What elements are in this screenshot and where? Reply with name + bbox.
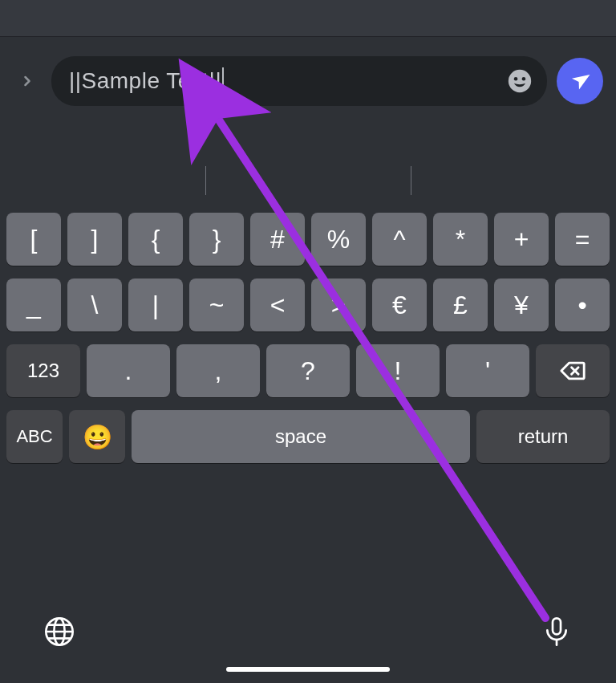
key-question[interactable]: ? bbox=[266, 344, 350, 397]
top-gap bbox=[0, 0, 616, 36]
keyboard-row-4: ABC 😀 space return bbox=[0, 410, 616, 463]
key-percent[interactable]: % bbox=[311, 213, 366, 266]
key-backspace[interactable] bbox=[536, 344, 610, 397]
key-backslash[interactable]: \ bbox=[67, 278, 122, 331]
key-less-than[interactable]: < bbox=[250, 278, 305, 331]
key-tilde[interactable]: ~ bbox=[189, 278, 244, 331]
key-equals[interactable]: = bbox=[555, 213, 610, 266]
expand-input-icon[interactable] bbox=[13, 67, 42, 96]
keyboard-row-1: [ ] { } # % ^ * + = bbox=[0, 213, 616, 266]
key-emoji[interactable]: 😀 bbox=[69, 410, 125, 463]
key-bullet[interactable]: • bbox=[555, 278, 610, 331]
key-pound[interactable]: £ bbox=[433, 278, 488, 331]
key-hash[interactable]: # bbox=[250, 213, 305, 266]
svg-point-2 bbox=[522, 77, 526, 81]
key-bracket-open[interactable]: [ bbox=[6, 213, 61, 266]
suggestion-divider bbox=[411, 166, 411, 195]
home-indicator[interactable] bbox=[226, 667, 390, 672]
key-yen[interactable]: ¥ bbox=[494, 278, 549, 331]
key-abc[interactable]: ABC bbox=[6, 410, 63, 463]
message-text: ||Sample Text|| bbox=[69, 67, 504, 95]
key-greater-than[interactable]: > bbox=[311, 278, 366, 331]
key-brace-open[interactable]: { bbox=[128, 213, 183, 266]
key-exclaim[interactable]: ! bbox=[356, 344, 440, 397]
key-space[interactable]: space bbox=[132, 410, 470, 463]
microphone-icon[interactable] bbox=[537, 612, 576, 651]
svg-point-1 bbox=[514, 77, 518, 81]
message-input-bar: ||Sample Text|| bbox=[0, 37, 616, 125]
message-input[interactable]: ||Sample Text|| bbox=[51, 56, 547, 106]
globe-icon[interactable] bbox=[40, 612, 79, 651]
suggestion-divider bbox=[205, 166, 206, 195]
key-brace-close[interactable]: } bbox=[189, 213, 244, 266]
svg-rect-8 bbox=[553, 618, 561, 634]
key-apostrophe[interactable]: ' bbox=[446, 344, 529, 397]
key-period[interactable]: . bbox=[87, 344, 170, 397]
key-caret[interactable]: ^ bbox=[372, 213, 427, 266]
key-underscore[interactable]: _ bbox=[6, 278, 61, 331]
emoji-picker-icon[interactable] bbox=[504, 65, 536, 97]
keyboard: [ ] { } # % ^ * + = _ \ | ~ < > € £ ¥ • … bbox=[0, 148, 616, 683]
send-button[interactable] bbox=[557, 58, 603, 104]
keyboard-bottom-bar bbox=[0, 596, 616, 683]
keyboard-row-2: _ \ | ~ < > € £ ¥ • bbox=[0, 278, 616, 331]
key-return[interactable]: return bbox=[476, 410, 610, 463]
key-asterisk[interactable]: * bbox=[433, 213, 488, 266]
key-euro[interactable]: € bbox=[372, 278, 427, 331]
key-bracket-close[interactable]: ] bbox=[67, 213, 122, 266]
key-comma[interactable]: , bbox=[176, 344, 260, 397]
text-cursor bbox=[222, 67, 224, 95]
svg-point-0 bbox=[509, 70, 531, 92]
key-123[interactable]: 123 bbox=[6, 344, 80, 397]
message-text-value: ||Sample Text|| bbox=[69, 68, 221, 94]
key-plus[interactable]: + bbox=[494, 213, 549, 266]
keyboard-row-3: 123 . , ? ! ' bbox=[0, 344, 616, 397]
key-pipe[interactable]: | bbox=[128, 278, 183, 331]
